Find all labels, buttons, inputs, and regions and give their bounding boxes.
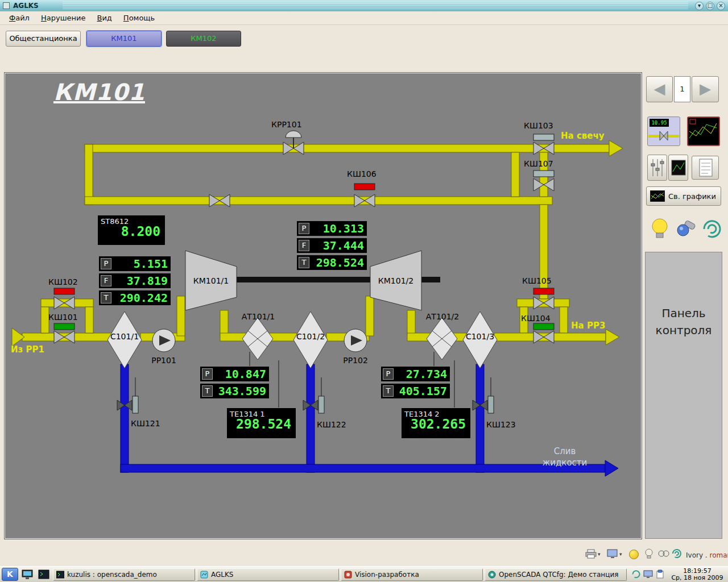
display-f-km1012[interactable]: F 37.444 <box>296 238 367 253</box>
mini-trend-button[interactable] <box>668 155 688 181</box>
task-qtcfg[interactable]: OpenSCADA QTCfg: Демо станция <box>485 568 627 581</box>
task-qtcfg-icon <box>488 571 496 579</box>
spiral-icon <box>671 548 682 559</box>
label-drain: Слив жидкости <box>533 446 597 468</box>
tray-klipper-icon[interactable] <box>655 569 665 579</box>
display-t-km1011[interactable]: T 290.242 <box>98 290 171 306</box>
scheme-title: КМ101 <box>53 79 145 105</box>
valve-ksh102[interactable] <box>54 297 75 309</box>
trend-preview-button[interactable] <box>687 117 720 146</box>
label-ksh104: КШ104 <box>521 314 551 323</box>
graph-button-icon <box>650 190 665 202</box>
lamp-button[interactable] <box>647 217 672 242</box>
close-button[interactable]: × <box>717 2 725 10</box>
sound-button[interactable] <box>700 217 725 242</box>
user-name: roman <box>710 551 728 559</box>
document-button[interactable] <box>692 156 719 180</box>
display-te1314-2[interactable]: TE1314 2 302.265 <box>401 408 471 439</box>
valve-ksh104[interactable] <box>533 331 554 343</box>
menu-file[interactable]: Файл <box>3 13 35 23</box>
mixer-panel-button[interactable] <box>647 155 667 181</box>
display-t-at1012[interactable]: T 405.157 <box>380 383 450 399</box>
label-at101-1: АТ101/1 <box>236 312 280 321</box>
display-st8612[interactable]: ST8612 8.200 <box>97 215 166 246</box>
free-graphics-button[interactable]: Св. графики <box>646 186 721 206</box>
lens-button[interactable] <box>673 217 698 242</box>
mnemo-preview-button[interactable]: 10.95 <box>647 117 680 146</box>
tab-km101[interactable]: КМ101 <box>86 31 162 47</box>
label-at101-2: АТ101/2 <box>420 312 465 321</box>
shade-button[interactable]: ▾ <box>695 2 704 10</box>
link-button[interactable] <box>657 549 670 560</box>
tray-display-icon[interactable] <box>643 569 653 579</box>
alarm-lamp-button[interactable] <box>643 548 655 562</box>
printer-icon <box>585 548 597 559</box>
alarm-status-ball[interactable] <box>629 550 639 559</box>
display-p-at1012[interactable]: P 27.734 <box>380 366 450 382</box>
valve-ksh101[interactable] <box>54 331 75 343</box>
control-panel-title-line2: контроля <box>646 322 722 339</box>
statusbar: ▾ ▾ Ivory . roman <box>0 540 728 566</box>
display-p-km1011[interactable]: P 5.151 <box>98 256 171 272</box>
menubar: Файл Нарушение Вид Помощь <box>0 11 728 25</box>
pump-pp101[interactable] <box>152 329 175 352</box>
label-outlet: На РР3 <box>571 321 605 331</box>
system-tray <box>628 569 668 579</box>
next-page-button[interactable]: ▶ <box>692 76 719 102</box>
clock-date: Ср, 18 ноя 2009 <box>669 575 725 581</box>
sliders-icon <box>648 156 666 180</box>
task-aglks[interactable]: AGLKS <box>197 568 339 581</box>
valve-ksh106[interactable] <box>354 194 375 207</box>
export-button[interactable] <box>606 548 619 562</box>
bulb-outline-icon <box>643 548 655 559</box>
print-caret-icon[interactable]: ▾ <box>598 551 601 557</box>
tab-km102[interactable]: КМ102 <box>166 31 241 47</box>
mini-valve-icon <box>648 128 679 144</box>
task-vision-icon <box>344 571 352 579</box>
label-krr101: КРР101 <box>271 120 302 129</box>
task-konsole[interactable]: kuzulis : openscada_demo <box>53 568 195 581</box>
prev-icon: ◀ <box>647 77 672 101</box>
window-titlebar[interactable]: AGLKS ▾ □ × <box>0 0 728 11</box>
kmenu-button[interactable]: K <box>2 568 18 581</box>
print-button[interactable] <box>585 548 597 562</box>
prev-page-button[interactable]: ◀ <box>646 76 673 102</box>
app-icon[interactable] <box>3 2 10 9</box>
monitor-icon <box>606 548 619 559</box>
terminal-icon <box>38 569 49 580</box>
label-pp102: РР102 <box>337 356 374 365</box>
export-caret-icon[interactable]: ▾ <box>619 551 622 557</box>
label-c101-2: С101/2 <box>291 332 330 341</box>
clock-time: 18:19:57 <box>669 568 725 575</box>
tray-openscada-icon[interactable] <box>631 569 641 579</box>
control-panel-title-line1: Панель <box>646 305 722 322</box>
trend-icon <box>688 118 718 144</box>
show-desktop-button[interactable] <box>20 568 35 581</box>
taskbar-clock[interactable]: 18:19:57 Ср, 18 ноя 2009 <box>669 568 725 581</box>
link-icon <box>657 549 670 558</box>
label-km101-1: КМ101/1 <box>187 276 235 285</box>
pump-pp102[interactable] <box>344 329 367 352</box>
label-ksh121: КШ121 <box>131 419 160 428</box>
task-vision[interactable]: Vision-разработка <box>341 568 483 581</box>
tab-obschestancionka[interactable]: Общестанционка <box>6 31 81 47</box>
valve-header[interactable] <box>209 194 230 207</box>
label-km101-2: КМ101/2 <box>372 276 420 285</box>
display-p-at1011[interactable]: P 10.847 <box>200 366 270 382</box>
display-t-km1012[interactable]: T 298.524 <box>296 255 367 271</box>
display-f-km1011[interactable]: F 37.819 <box>98 273 171 289</box>
menu-violation[interactable]: Нарушение <box>35 13 92 23</box>
display-t-at1011[interactable]: T 343.599 <box>200 383 270 399</box>
maximize-button[interactable]: □ <box>706 2 714 10</box>
konsole-launcher-button[interactable] <box>36 568 51 581</box>
display-te1314-1[interactable]: TE1314 1 298.524 <box>226 408 296 439</box>
document-icon <box>693 157 718 178</box>
display-p-km1012[interactable]: P 10.313 <box>296 221 367 236</box>
scheme-graphics <box>5 73 642 539</box>
lens-icon <box>673 217 698 242</box>
sound-spiral-icon <box>700 217 725 242</box>
menu-view[interactable]: Вид <box>91 13 117 23</box>
sound-status-button[interactable] <box>671 548 682 562</box>
desktop-icon <box>22 569 33 580</box>
menu-help[interactable]: Помощь <box>118 13 160 23</box>
